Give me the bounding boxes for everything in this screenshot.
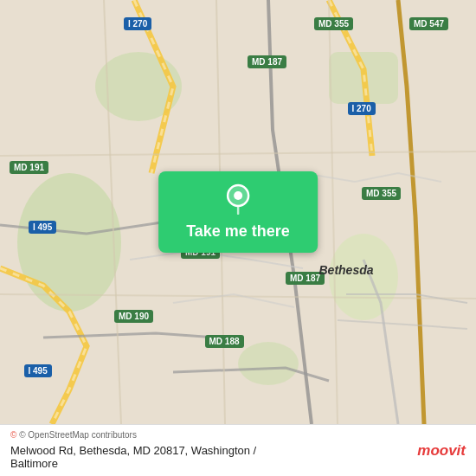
road-badge-md190: MD 190 [114, 310, 153, 323]
svg-line-10 [329, 0, 338, 424]
svg-line-9 [0, 294, 476, 299]
road-badge-md188: MD 188 [205, 335, 244, 348]
svg-rect-4 [329, 52, 398, 104]
svg-point-5 [238, 342, 299, 385]
take-me-there-button[interactable]: Take me there [158, 171, 318, 253]
take-me-there-label: Take me there [186, 222, 290, 241]
road-badge-i495-bot: I 495 [24, 364, 52, 377]
address-text: Melwood Rd, Bethesda, MD 20817, Washingt… [10, 444, 417, 470]
road-badge-md355-mid: MD 355 [362, 187, 401, 200]
copyright-text: © © OpenStreetMap contributors [10, 430, 137, 440]
road-badge-md187-top: MD 187 [248, 55, 286, 68]
svg-point-13 [234, 191, 242, 200]
svg-point-3 [329, 234, 398, 320]
svg-line-6 [104, 0, 121, 424]
road-badge-i270-top: I 270 [124, 17, 151, 30]
road-badge-i270-mid: I 270 [348, 102, 376, 115]
place-label-bethesda: Bethesda [319, 263, 374, 277]
road-badge-md191-left: MD 191 [10, 161, 48, 174]
map-container: I 270 MD 355 MD 547 MD 187 I 270 MD 191 … [0, 0, 476, 424]
svg-point-1 [17, 173, 121, 312]
moovit-logo-text: moovit [417, 442, 466, 460]
road-badge-i495-left: I 495 [29, 221, 56, 234]
svg-point-2 [95, 52, 182, 121]
moovit-logo: moovit [417, 442, 466, 460]
road-badge-md547: MD 547 [409, 17, 448, 30]
bottom-bar: © © OpenStreetMap contributors Melwood R… [0, 424, 476, 476]
road-badge-md355-top: MD 355 [314, 17, 353, 30]
location-pin-icon [224, 183, 252, 219]
svg-line-8 [0, 151, 476, 156]
